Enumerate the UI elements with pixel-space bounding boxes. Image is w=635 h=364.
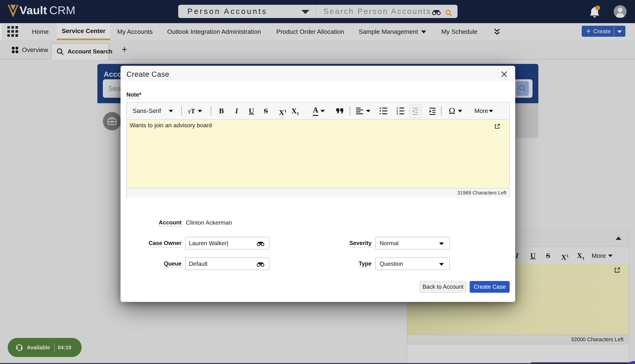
svg-text:1: 1 xyxy=(396,107,398,110)
svg-text:3: 3 xyxy=(396,112,398,114)
